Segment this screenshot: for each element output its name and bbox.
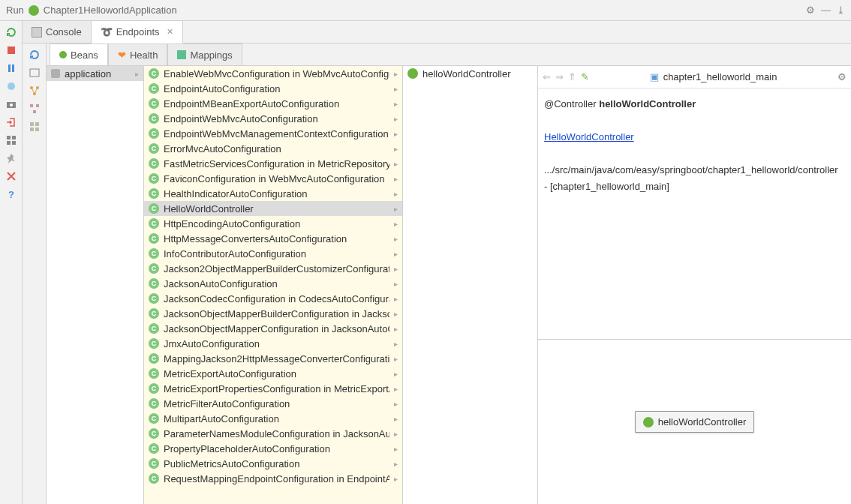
bean-item-label: HttpMessageConvertersAutoConfiguration: [164, 233, 347, 244]
bean-item[interactable]: CMetricExportAutoConfiguration▸: [144, 366, 402, 381]
dump-icon[interactable]: [5, 80, 18, 93]
subtab-mappings[interactable]: Mappings: [167, 44, 242, 65]
nav-up-icon[interactable]: ⇑: [568, 71, 576, 82]
chevron-right-icon: ▸: [394, 220, 398, 228]
rerun-icon[interactable]: [5, 26, 18, 39]
tree-icon[interactable]: [27, 102, 42, 116]
bean-item-label: EndpointAutoConfiguration: [164, 83, 280, 94]
chevron-right-icon: ▸: [394, 235, 398, 243]
bean-item[interactable]: CEnableWebMvcConfiguration in WebMvcAuto…: [144, 66, 402, 81]
run-label: Run: [6, 4, 24, 16]
spring-run-icon: [29, 5, 39, 16]
bean-item[interactable]: CRequestMappingEndpointConfiguration in …: [144, 471, 402, 486]
bean-item-label: EndpointWebMvcAutoConfiguration: [164, 113, 318, 124]
bean-item[interactable]: CJackson2ObjectMapperBuilderCustomizerCo…: [144, 261, 402, 276]
bean-item-label: FastMetricServicesConfiguration in Metri…: [164, 158, 389, 170]
exit-icon[interactable]: [5, 116, 18, 129]
left-action-rail: ?: [0, 21, 23, 504]
bean-item[interactable]: CEndpointAutoConfiguration▸: [144, 81, 402, 96]
context-item-application[interactable]: application ▸: [47, 66, 143, 81]
bean-item[interactable]: CMetricExportPropertiesConfiguration in …: [144, 381, 402, 396]
bean-item[interactable]: CJacksonCodecConfiguration in CodecsAuto…: [144, 291, 402, 306]
bean-item[interactable]: CJmxAutoConfiguration▸: [144, 336, 402, 351]
class-icon: C: [149, 98, 159, 109]
bean-item[interactable]: CEndpointMBeanExportAutoConfiguration▸: [144, 96, 402, 111]
bean-item[interactable]: CParameterNamesModuleConfiguration in Ja…: [144, 426, 402, 441]
stop-icon[interactable]: [5, 44, 18, 57]
chevron-right-icon: ▸: [394, 130, 398, 138]
pause-icon[interactable]: [5, 62, 18, 75]
bean-item[interactable]: CEndpointWebMvcAutoConfiguration▸: [144, 111, 402, 126]
spring-node-icon: [643, 417, 654, 428]
chevron-right-icon: ▸: [394, 475, 398, 483]
filter-icon[interactable]: [27, 66, 42, 80]
detail-diagram[interactable]: helloWorldController: [538, 339, 851, 504]
tab-endpoints[interactable]: Endpoints ✕: [92, 21, 183, 44]
chevron-right-icon: ▸: [394, 355, 398, 363]
chevron-right-icon: ▸: [394, 415, 398, 423]
bean-item[interactable]: CHttpMessageConvertersAutoConfiguration▸: [144, 231, 402, 246]
tab-endpoints-label: Endpoints: [116, 26, 160, 38]
detail-gear-icon[interactable]: [837, 71, 846, 82]
svg-rect-20: [30, 128, 34, 131]
run-config-title: Chapter1HelloworldApplication: [44, 4, 177, 16]
detail-class-link[interactable]: HelloWorldController: [544, 131, 634, 142]
subtab-beans[interactable]: Beans: [50, 44, 108, 65]
class-icon: C: [149, 113, 159, 124]
nav-back-icon[interactable]: ⇐: [543, 71, 551, 82]
download-icon[interactable]: [837, 4, 845, 16]
diagram-node-label: helloWorldController: [658, 416, 747, 428]
diagram-icon[interactable]: [27, 84, 42, 98]
bean-item[interactable]: CHttpEncodingAutoConfiguration▸: [144, 216, 402, 231]
dependency-item[interactable]: helloWorldController: [403, 66, 537, 81]
class-icon: C: [149, 278, 159, 289]
grid-icon[interactable]: [27, 120, 42, 134]
diagram-node[interactable]: helloWorldController: [635, 411, 755, 433]
bean-item[interactable]: CJacksonAutoConfiguration▸: [144, 276, 402, 291]
tab-console[interactable]: Console: [23, 21, 92, 43]
chevron-right-icon: ▸: [394, 325, 398, 333]
dependency-label: helloWorldController: [422, 68, 511, 80]
svg-rect-6: [7, 136, 11, 140]
layout-icon[interactable]: [5, 134, 18, 147]
svg-rect-0: [8, 46, 15, 54]
dash-icon[interactable]: —: [821, 4, 831, 16]
bean-item[interactable]: CPropertyPlaceholderAutoConfiguration▸: [144, 441, 402, 456]
bean-item-label: MetricExportAutoConfiguration: [164, 368, 296, 380]
class-icon: C: [149, 263, 159, 274]
bean-item[interactable]: CMappingJackson2HttpMessageConverterConf…: [144, 351, 402, 366]
detail-panel: ⇐ ⇒ ⇑ ✎ ▣ chapter1_helloworld_main: [538, 66, 851, 504]
chevron-right-icon: ▸: [394, 370, 398, 378]
heart-icon: [118, 50, 126, 61]
bean-item[interactable]: CFastMetricServicesConfiguration in Metr…: [144, 156, 402, 171]
bean-item[interactable]: CFaviconConfiguration in WebMvcAutoConfi…: [144, 171, 402, 186]
bean-item-label: HelloWorldController: [164, 203, 254, 214]
chevron-right-icon: ▸: [394, 70, 398, 78]
camera-icon[interactable]: [5, 98, 18, 111]
module-name: chapter1_helloworld_main: [663, 71, 777, 82]
pin-icon[interactable]: [5, 152, 18, 165]
help-icon[interactable]: ?: [5, 188, 18, 201]
gear-icon[interactable]: [806, 4, 815, 16]
class-icon: C: [149, 368, 159, 379]
beans-list[interactable]: CEnableWebMvcConfiguration in WebMvcAuto…: [144, 66, 403, 504]
bean-item[interactable]: CJacksonObjectMapperBuilderConfiguration…: [144, 306, 402, 321]
chevron-right-icon: ▸: [394, 445, 398, 453]
bean-item-label: MultipartAutoConfiguration: [164, 413, 279, 424]
bean-item[interactable]: CMetricFilterAutoConfiguration▸: [144, 396, 402, 411]
nav-forward-icon[interactable]: ⇒: [555, 71, 564, 82]
bean-item[interactable]: CEndpointWebMvcManagementContextConfigur…: [144, 126, 402, 141]
bean-item[interactable]: CJacksonObjectMapperConfiguration in Jac…: [144, 321, 402, 336]
bean-item[interactable]: CErrorMvcAutoConfiguration▸: [144, 141, 402, 156]
bean-item[interactable]: CHealthIndicatorAutoConfiguration▸: [144, 186, 402, 201]
refresh-icon[interactable]: [27, 48, 42, 62]
bean-item[interactable]: CHelloWorldController▸: [144, 201, 402, 216]
close-tab-icon[interactable]: ✕: [167, 27, 173, 37]
subtab-health[interactable]: Health: [108, 44, 168, 65]
edit-source-icon[interactable]: ✎: [581, 71, 589, 82]
bean-item[interactable]: CInfoContributorAutoConfiguration▸: [144, 246, 402, 261]
bean-item[interactable]: CPublicMetricsAutoConfiguration▸: [144, 456, 402, 471]
class-icon: C: [149, 353, 159, 364]
close-icon[interactable]: [5, 170, 18, 183]
bean-item[interactable]: CMultipartAutoConfiguration▸: [144, 411, 402, 426]
